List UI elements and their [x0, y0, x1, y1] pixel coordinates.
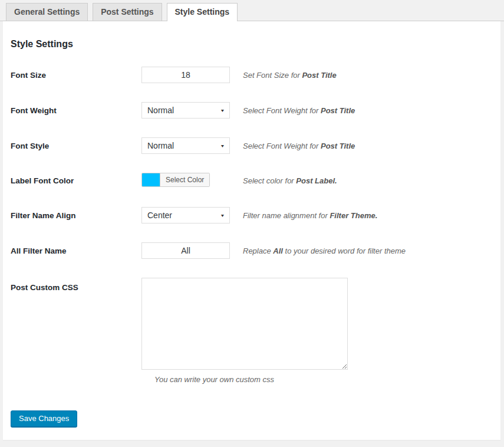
font-size-row: Font Size Set Font Size for Post Title — [3, 67, 500, 83]
desc-bold-text: Filter Theme. — [330, 211, 377, 220]
post-custom-css-description: You can write your own custom css — [154, 375, 349, 384]
desc-bold-text: Post Title — [321, 142, 355, 150]
label-font-color-description: Select color for Post Label. — [243, 176, 337, 185]
color-picker-button[interactable]: Select Color — [141, 173, 210, 187]
font-style-select[interactable]: Normal — [141, 137, 230, 154]
post-custom-css-control: You can write your own custom css — [141, 278, 349, 384]
style-settings-panel: Style Settings Font Size Set Font Size f… — [3, 21, 500, 440]
tab-style-settings[interactable]: Style Settings — [167, 3, 238, 21]
font-style-description: Select Font Weight for Post Title — [243, 142, 355, 150]
font-size-description: Set Font Size for Post Title — [243, 71, 337, 80]
font-size-control — [141, 67, 230, 83]
all-filter-name-label: All Filter Name — [3, 246, 141, 255]
font-weight-row: Font Weight Normal ▼ Select Font Weight … — [3, 102, 500, 119]
label-font-color-label: Label Font Color — [3, 176, 141, 185]
all-filter-name-row: All Filter Name Replace All to your desi… — [3, 242, 500, 259]
desc-bold-text: Post Label. — [296, 176, 337, 185]
desc-text: Replace — [243, 246, 273, 255]
save-row: Save Changes — [11, 410, 500, 427]
tab-post-settings[interactable]: Post Settings — [93, 3, 162, 21]
font-style-control: Normal ▼ — [141, 137, 230, 154]
desc-text: Select color for — [243, 176, 296, 185]
all-filter-name-input[interactable] — [141, 242, 230, 259]
tab-general-settings[interactable]: General Settings — [6, 3, 88, 21]
font-weight-select[interactable]: Normal — [141, 102, 230, 119]
desc-bold-text: Post Title — [302, 71, 336, 80]
desc-text: to your desired word for filter theme — [283, 246, 406, 255]
desc-bold-text: All — [273, 246, 283, 255]
filter-name-align-select[interactable]: Center — [141, 207, 230, 224]
font-weight-description: Select Font Weight for Post Title — [243, 106, 355, 115]
post-custom-css-row: Post Custom CSS You can write your own c… — [3, 278, 500, 384]
select-color-button-label: Select Color — [160, 173, 209, 186]
font-size-label: Font Size — [3, 71, 141, 80]
label-font-color-control: Select Color — [141, 173, 230, 188]
desc-text: Select Font Weight for — [243, 142, 321, 150]
desc-text: Select Font Weight for — [243, 106, 321, 115]
filter-name-align-control: Center ▼ — [141, 207, 230, 224]
all-filter-name-description: Replace All to your desired word for fil… — [243, 246, 406, 255]
post-custom-css-textarea[interactable] — [141, 278, 348, 370]
desc-bold-text: Post Title — [321, 106, 355, 115]
font-size-input[interactable] — [141, 67, 230, 83]
desc-text: Set Font Size for — [243, 71, 302, 80]
settings-tab-bar: General Settings Post Settings Style Set… — [0, 0, 504, 21]
font-weight-control: Normal ▼ — [141, 102, 230, 119]
font-weight-label: Font Weight — [3, 106, 141, 115]
save-changes-button[interactable]: Save Changes — [11, 410, 77, 427]
page-title: Style Settings — [3, 21, 500, 50]
all-filter-name-control — [141, 242, 230, 259]
filter-name-align-description: Filter name alignment for Filter Theme. — [243, 211, 377, 220]
post-custom-css-label: Post Custom CSS — [3, 278, 141, 292]
filter-name-align-row: Filter Name Align Center ▼ Filter name a… — [3, 207, 500, 224]
font-style-row: Font Style Normal ▼ Select Font Weight f… — [3, 137, 500, 154]
color-swatch — [142, 173, 160, 186]
desc-text: Filter name alignment for — [243, 211, 330, 220]
label-font-color-row: Label Font Color Select Color Select col… — [3, 173, 500, 188]
filter-name-align-label: Filter Name Align — [3, 211, 141, 220]
font-style-label: Font Style — [3, 142, 141, 150]
